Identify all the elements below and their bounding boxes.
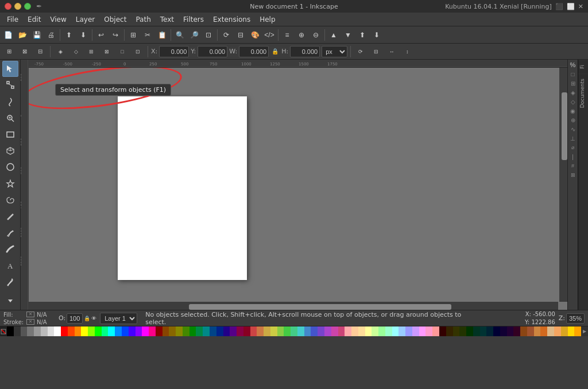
horizontal-scrollbar[interactable] <box>29 302 558 310</box>
swatch-crimson[interactable] <box>243 326 250 336</box>
zoom-input[interactable] <box>566 313 585 324</box>
snap-grid-button[interactable]: ⊞ <box>84 45 98 59</box>
swatch-light-blue[interactable] <box>399 326 405 336</box>
snap-perp-btn[interactable]: ⊥ <box>569 134 577 142</box>
flip-h-button[interactable]: ↔ <box>385 45 399 59</box>
snap-bbox-button[interactable]: □ <box>115 45 129 59</box>
zoom-tool-button[interactable] <box>2 110 18 126</box>
swatch-chocolate[interactable] <box>540 326 547 336</box>
h-input[interactable] <box>290 46 320 57</box>
swatch-yellow[interactable] <box>81 326 88 336</box>
swatch-magenta[interactable] <box>142 326 149 336</box>
dropper-tool-button[interactable] <box>2 274 18 290</box>
export-button[interactable]: ⬇ <box>76 28 90 42</box>
swatch-light-lime[interactable] <box>365 326 372 336</box>
pen-tool-button[interactable] <box>2 225 18 241</box>
documents-tab[interactable]: Documents <box>578 73 588 112</box>
swatch-muted-rose[interactable] <box>338 326 345 336</box>
snap-grids-btn[interactable]: # <box>569 162 577 170</box>
select-tool-button[interactable] <box>2 61 18 77</box>
snap-bbox2-btn[interactable]: ⊞ <box>569 79 577 87</box>
swatch-dark-blue[interactable] <box>210 326 216 336</box>
swatch-very-dark-green[interactable] <box>466 326 473 336</box>
swatch-navy[interactable] <box>216 326 223 336</box>
paste-button[interactable]: 📋 <box>155 28 169 42</box>
layers-button[interactable]: ≡ <box>280 28 294 42</box>
align-dialog-button[interactable]: ⊟ <box>369 45 383 59</box>
circle-tool-button[interactable] <box>2 160 18 176</box>
snap-angle-btn[interactable]: ⌀ <box>569 143 577 151</box>
maximize-button[interactable] <box>24 3 31 10</box>
align-button[interactable]: ⊟ <box>234 28 247 42</box>
no-fill-button[interactable] <box>0 326 7 336</box>
zoom-out-button[interactable]: 🔎 <box>187 28 201 42</box>
swatch-purple[interactable] <box>230 326 237 336</box>
swatch-very-dark-indigo[interactable] <box>500 326 507 336</box>
snap-smooth-btn[interactable]: ◇ <box>569 98 577 106</box>
swatch-red-orange[interactable] <box>68 326 75 336</box>
swatch-very-dark-blue[interactable] <box>486 326 493 336</box>
swatch-dark-yellow-green[interactable] <box>183 326 189 336</box>
swatch-burlywood[interactable] <box>547 326 554 336</box>
undo-button[interactable]: ↩ <box>94 28 108 42</box>
close-button[interactable] <box>5 3 11 10</box>
swatch-orange[interactable] <box>75 326 82 336</box>
transform-dialog-button[interactable]: ⟳ <box>354 45 368 59</box>
swatch-darkgray[interactable] <box>14 326 21 336</box>
print-button[interactable]: 🖨 <box>44 28 58 42</box>
open-button[interactable]: 📂 <box>16 28 29 42</box>
menu-edit[interactable]: Edit <box>23 14 45 25</box>
save-button[interactable]: 💾 <box>30 28 44 42</box>
swatch-gold[interactable] <box>568 326 575 336</box>
snap-border-btn[interactable]: ⊠ <box>569 171 577 179</box>
layer-select[interactable]: Layer 1 <box>100 313 137 324</box>
swatch-light-purple[interactable] <box>412 326 419 336</box>
swatch-dark-pink[interactable] <box>237 326 243 336</box>
swatch-silver[interactable] <box>41 326 48 336</box>
swatch-red[interactable] <box>61 326 68 336</box>
swatch-very-dark-gc[interactable] <box>473 326 480 336</box>
swatch-blue-violet[interactable] <box>129 326 136 336</box>
window-control-max[interactable]: ⬜ <box>567 3 575 10</box>
swatch-very-dark-purple[interactable] <box>507 326 514 336</box>
swatch-black[interactable] <box>7 326 14 336</box>
transform-button[interactable]: ⟳ <box>219 28 233 42</box>
colorbar-scroll-right[interactable]: ▶ <box>581 326 588 336</box>
swatch-dark-green[interactable] <box>189 326 196 336</box>
raise-top-button[interactable]: ⬆ <box>355 28 369 42</box>
swatch-very-dark-brown[interactable] <box>446 326 453 336</box>
menu-extensions[interactable]: Extensions <box>208 14 255 25</box>
star-tool-button[interactable] <box>2 176 18 192</box>
window-control-min[interactable]: ⬛ <box>555 3 563 10</box>
snap-bbox-btn[interactable]: □ <box>569 70 577 78</box>
menu-path[interactable]: Path <box>131 14 155 25</box>
snap-tangent-btn[interactable]: ∿ <box>569 125 577 133</box>
copy-button[interactable]: ⊞ <box>126 28 140 42</box>
swatch-muted-violet[interactable] <box>318 326 324 336</box>
snap-node-button[interactable]: ◈ <box>53 45 67 59</box>
pencil-tool-button[interactable] <box>2 208 18 224</box>
redo-button[interactable]: ↪ <box>109 28 122 42</box>
cut-button[interactable]: ✂ <box>141 28 154 42</box>
swatch-very-dark-red[interactable] <box>439 326 446 336</box>
swatch-goldenrod[interactable] <box>561 326 568 336</box>
swatch-teal[interactable] <box>203 326 210 336</box>
snap-midpoint-btn[interactable]: ◉ <box>569 107 577 115</box>
y-input[interactable] <box>198 46 227 57</box>
swatch-near-white[interactable] <box>48 326 55 336</box>
more-tools-button[interactable] <box>2 293 18 309</box>
lower-bottom-button[interactable]: ⬇ <box>370 28 384 42</box>
opacity-input[interactable] <box>67 313 83 324</box>
swatch-muted-orange[interactable] <box>257 326 264 336</box>
swatch-light-gc[interactable] <box>385 326 392 336</box>
swatch-very-dark-navy[interactable] <box>493 326 500 336</box>
swatch-light-rose[interactable] <box>425 326 432 336</box>
swatch-lightgray[interactable] <box>34 326 41 336</box>
menu-text[interactable]: Text <box>156 14 179 25</box>
swatch-muted-magenta[interactable] <box>331 326 338 336</box>
swatch-peru[interactable] <box>534 326 541 336</box>
swatch-white[interactable] <box>54 326 61 336</box>
swatch-medgray[interactable] <box>27 326 34 336</box>
swatch-blue[interactable] <box>122 326 129 336</box>
swatch-muted-yg[interactable] <box>277 326 284 336</box>
